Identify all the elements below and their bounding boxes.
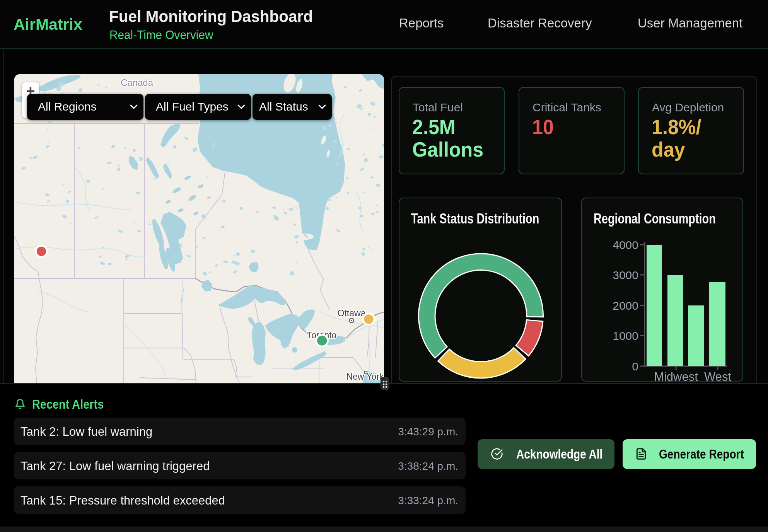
svg-text:1000: 1000 — [613, 329, 638, 342]
svg-text:West: West — [704, 370, 731, 381]
svg-text:Canada: Canada — [121, 77, 154, 88]
svg-text:2000: 2000 — [613, 299, 638, 312]
svg-text:0: 0 — [632, 360, 638, 373]
svg-text:Midwest: Midwest — [654, 370, 698, 381]
svg-text:3000: 3000 — [613, 269, 638, 281]
svg-text:4000: 4000 — [613, 239, 638, 251]
svg-text:Ottawa: Ottawa — [338, 308, 366, 318]
